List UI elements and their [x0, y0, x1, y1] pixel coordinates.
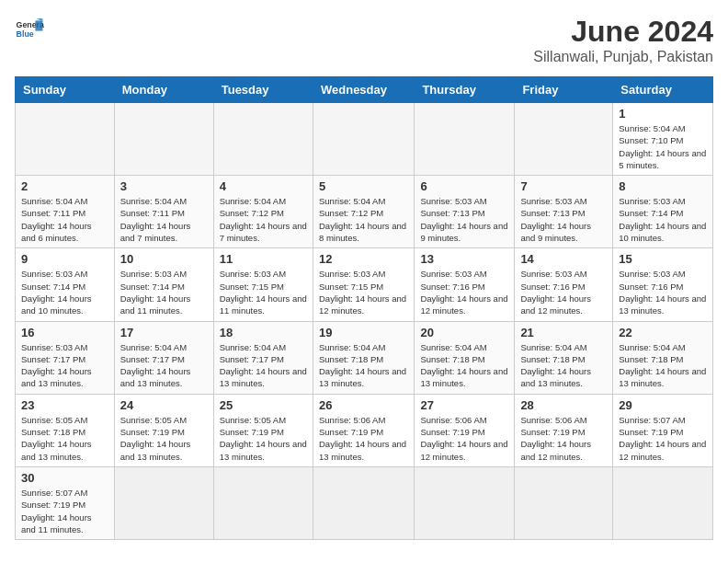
calendar-cell: 23Sunrise: 5:05 AMSunset: 7:18 PMDayligh…	[16, 394, 115, 466]
svg-text:Blue: Blue	[17, 29, 34, 39]
day-number: 26	[319, 398, 408, 412]
day-info: Sunrise: 5:07 AMSunset: 7:19 PMDaylight:…	[619, 414, 707, 463]
day-info: Sunrise: 5:05 AMSunset: 7:19 PMDaylight:…	[220, 414, 307, 463]
calendar-cell: 27Sunrise: 5:06 AMSunset: 7:19 PMDayligh…	[415, 394, 515, 466]
day-number: 23	[21, 398, 108, 412]
calendar-cell	[16, 103, 115, 176]
calendar-week-row: 16Sunrise: 5:03 AMSunset: 7:17 PMDayligh…	[16, 321, 713, 394]
day-number: 22	[619, 326, 707, 339]
day-number: 8	[619, 179, 707, 193]
day-number: 16	[21, 326, 108, 339]
calendar-cell	[313, 466, 414, 539]
day-number: 24	[120, 398, 208, 412]
calendar-cell: 22Sunrise: 5:04 AMSunset: 7:18 PMDayligh…	[613, 321, 713, 394]
calendar-cell: 8Sunrise: 5:03 AMSunset: 7:14 PMDaylight…	[613, 176, 713, 248]
page-header: General Blue June 2024 Sillanwali, Punja…	[15, 15, 713, 65]
calendar-cell: 17Sunrise: 5:04 AMSunset: 7:17 PMDayligh…	[114, 321, 213, 394]
day-info: Sunrise: 5:03 AMSunset: 7:16 PMDaylight:…	[420, 268, 508, 316]
calendar-cell: 6Sunrise: 5:03 AMSunset: 7:13 PMDaylight…	[415, 176, 515, 248]
day-number: 18	[220, 326, 307, 339]
day-info: Sunrise: 5:03 AMSunset: 7:13 PMDaylight:…	[520, 195, 607, 244]
day-info: Sunrise: 5:07 AMSunset: 7:19 PMDaylight:…	[21, 487, 108, 535]
calendar-cell: 5Sunrise: 5:04 AMSunset: 7:12 PMDaylight…	[313, 176, 414, 248]
day-number: 9	[21, 252, 108, 266]
calendar-cell	[515, 103, 613, 176]
day-number: 17	[120, 326, 208, 339]
day-info: Sunrise: 5:03 AMSunset: 7:13 PMDaylight:…	[420, 195, 508, 244]
day-number: 11	[220, 252, 307, 266]
day-info: Sunrise: 5:04 AMSunset: 7:17 PMDaylight:…	[120, 341, 208, 390]
calendar-cell	[114, 466, 213, 539]
calendar-cell: 18Sunrise: 5:04 AMSunset: 7:17 PMDayligh…	[213, 321, 313, 394]
day-info: Sunrise: 5:06 AMSunset: 7:19 PMDaylight:…	[420, 414, 508, 463]
calendar-cell: 20Sunrise: 5:04 AMSunset: 7:18 PMDayligh…	[415, 321, 515, 394]
logo-icon: General Blue	[15, 15, 44, 44]
calendar-cell: 7Sunrise: 5:03 AMSunset: 7:13 PMDaylight…	[515, 176, 613, 248]
day-info: Sunrise: 5:05 AMSunset: 7:19 PMDaylight:…	[120, 414, 208, 463]
calendar-cell: 21Sunrise: 5:04 AMSunset: 7:18 PMDayligh…	[515, 321, 613, 394]
calendar-cell	[415, 103, 515, 176]
calendar-cell: 16Sunrise: 5:03 AMSunset: 7:17 PMDayligh…	[16, 321, 115, 394]
day-number: 21	[520, 326, 607, 339]
calendar-table: SundayMondayTuesdayWednesdayThursdayFrid…	[15, 76, 713, 540]
day-info: Sunrise: 5:03 AMSunset: 7:17 PMDaylight:…	[21, 341, 108, 390]
day-number: 13	[420, 252, 508, 266]
weekday-header-monday: Monday	[114, 77, 213, 103]
calendar-cell: 2Sunrise: 5:04 AMSunset: 7:11 PMDaylight…	[16, 176, 115, 248]
day-number: 1	[619, 107, 707, 121]
weekday-header-sunday: Sunday	[16, 77, 115, 103]
day-number: 4	[220, 179, 307, 193]
day-info: Sunrise: 5:03 AMSunset: 7:15 PMDaylight:…	[220, 268, 307, 316]
day-number: 2	[21, 179, 108, 193]
day-info: Sunrise: 5:03 AMSunset: 7:16 PMDaylight:…	[619, 268, 707, 316]
calendar-cell	[613, 466, 713, 539]
day-number: 20	[420, 326, 508, 339]
title-area: June 2024 Sillanwali, Punjab, Pakistan	[533, 15, 713, 65]
day-info: Sunrise: 5:03 AMSunset: 7:14 PMDaylight:…	[120, 268, 208, 316]
weekday-header-tuesday: Tuesday	[213, 77, 313, 103]
day-number: 28	[520, 398, 607, 412]
day-number: 12	[319, 252, 408, 266]
calendar-cell: 13Sunrise: 5:03 AMSunset: 7:16 PMDayligh…	[415, 248, 515, 321]
calendar-cell: 1Sunrise: 5:04 AMSunset: 7:10 PMDaylight…	[613, 103, 713, 176]
calendar-cell: 29Sunrise: 5:07 AMSunset: 7:19 PMDayligh…	[613, 394, 713, 466]
calendar-week-row: 2Sunrise: 5:04 AMSunset: 7:11 PMDaylight…	[16, 176, 713, 248]
calendar-cell	[114, 103, 213, 176]
day-info: Sunrise: 5:05 AMSunset: 7:18 PMDaylight:…	[21, 414, 108, 463]
calendar-cell: 26Sunrise: 5:06 AMSunset: 7:19 PMDayligh…	[313, 394, 414, 466]
calendar-cell: 30Sunrise: 5:07 AMSunset: 7:19 PMDayligh…	[16, 466, 115, 539]
day-info: Sunrise: 5:04 AMSunset: 7:11 PMDaylight:…	[21, 195, 108, 244]
day-number: 15	[619, 252, 707, 266]
calendar-cell	[515, 466, 613, 539]
day-info: Sunrise: 5:06 AMSunset: 7:19 PMDaylight:…	[520, 414, 607, 463]
day-number: 29	[619, 398, 707, 412]
calendar-cell: 15Sunrise: 5:03 AMSunset: 7:16 PMDayligh…	[613, 248, 713, 321]
day-info: Sunrise: 5:04 AMSunset: 7:12 PMDaylight:…	[220, 195, 307, 244]
location-subtitle: Sillanwali, Punjab, Pakistan	[533, 49, 713, 65]
calendar-cell: 9Sunrise: 5:03 AMSunset: 7:14 PMDaylight…	[16, 248, 115, 321]
calendar-cell: 10Sunrise: 5:03 AMSunset: 7:14 PMDayligh…	[114, 248, 213, 321]
calendar-cell	[213, 103, 313, 176]
calendar-cell: 3Sunrise: 5:04 AMSunset: 7:11 PMDaylight…	[114, 176, 213, 248]
day-info: Sunrise: 5:06 AMSunset: 7:19 PMDaylight:…	[319, 414, 408, 463]
calendar-cell: 19Sunrise: 5:04 AMSunset: 7:18 PMDayligh…	[313, 321, 414, 394]
day-info: Sunrise: 5:04 AMSunset: 7:18 PMDaylight:…	[319, 341, 408, 390]
weekday-header-row: SundayMondayTuesdayWednesdayThursdayFrid…	[16, 77, 713, 103]
calendar-week-row: 30Sunrise: 5:07 AMSunset: 7:19 PMDayligh…	[16, 466, 713, 539]
day-number: 30	[21, 471, 108, 485]
day-info: Sunrise: 5:04 AMSunset: 7:17 PMDaylight:…	[220, 341, 307, 390]
calendar-cell: 28Sunrise: 5:06 AMSunset: 7:19 PMDayligh…	[515, 394, 613, 466]
calendar-cell: 24Sunrise: 5:05 AMSunset: 7:19 PMDayligh…	[114, 394, 213, 466]
day-info: Sunrise: 5:04 AMSunset: 7:18 PMDaylight:…	[420, 341, 508, 390]
day-info: Sunrise: 5:04 AMSunset: 7:10 PMDaylight:…	[619, 122, 707, 171]
weekday-header-friday: Friday	[515, 77, 613, 103]
day-number: 7	[520, 179, 607, 193]
logo: General Blue	[15, 15, 44, 44]
day-number: 10	[120, 252, 208, 266]
calendar-cell: 11Sunrise: 5:03 AMSunset: 7:15 PMDayligh…	[213, 248, 313, 321]
calendar-cell: 25Sunrise: 5:05 AMSunset: 7:19 PMDayligh…	[213, 394, 313, 466]
day-number: 19	[319, 326, 408, 339]
calendar-week-row: 1Sunrise: 5:04 AMSunset: 7:10 PMDaylight…	[16, 103, 713, 176]
weekday-header-wednesday: Wednesday	[313, 77, 414, 103]
day-info: Sunrise: 5:03 AMSunset: 7:14 PMDaylight:…	[619, 195, 707, 244]
